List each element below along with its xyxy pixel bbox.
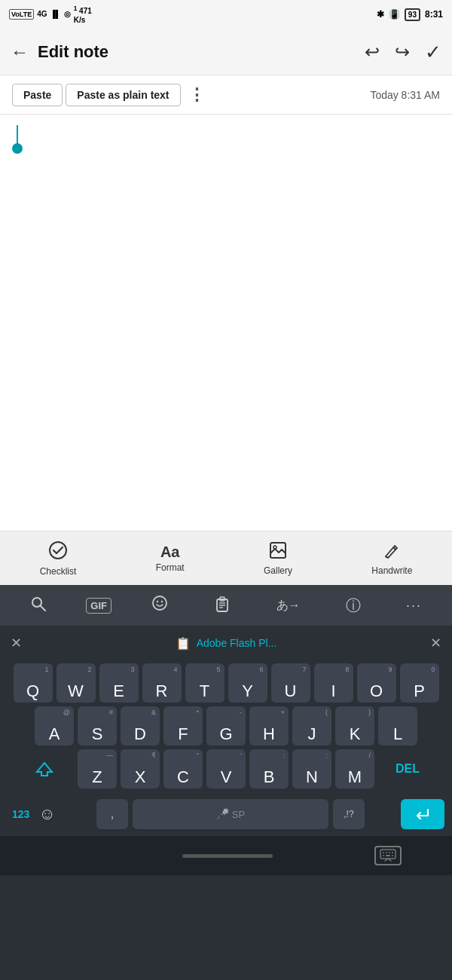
key-T[interactable]: 5T xyxy=(185,663,224,703)
time-display: 8:31 xyxy=(425,9,443,20)
shift-key[interactable] xyxy=(15,749,74,789)
key-X[interactable]: ₹X xyxy=(121,749,160,789)
key-B[interactable]: :B xyxy=(249,749,289,789)
space-key[interactable]: 🎤 SP xyxy=(133,799,328,829)
key-K[interactable]: )K xyxy=(335,706,374,746)
network-indicator: 4G xyxy=(37,10,47,18)
svg-point-3 xyxy=(32,598,41,607)
home-pill[interactable] xyxy=(182,854,273,858)
back-button[interactable]: ← xyxy=(11,43,29,61)
redo-button[interactable]: ↪ xyxy=(395,43,410,61)
key-G[interactable]: -G xyxy=(206,706,246,746)
sticker-icon[interactable] xyxy=(145,588,175,623)
context-toolbar: Paste Paste as plain text ⋮ Today 8:31 A… xyxy=(0,75,452,115)
delete-key[interactable]: DEL xyxy=(378,749,437,789)
translate-icon[interactable]: あ→ xyxy=(270,592,307,620)
checklist-button[interactable]: Checklist xyxy=(40,541,77,577)
space-label: SP xyxy=(232,809,245,820)
key-W[interactable]: 2W xyxy=(56,663,96,703)
app-bar-actions: ↩ ↪ ✓ xyxy=(365,42,441,62)
enter-key[interactable] xyxy=(401,799,444,829)
paste-button[interactable]: Paste xyxy=(12,84,63,106)
keyboard-row-2: @A #S &D *F -G +H (J )K L xyxy=(3,706,449,746)
key-Y[interactable]: 6Y xyxy=(228,663,267,703)
gif-icon[interactable]: GIF xyxy=(86,598,111,614)
period-key[interactable]: ,!? xyxy=(333,799,365,829)
svg-rect-14 xyxy=(380,850,396,859)
status-right: ✱ 📳 93 8:31 xyxy=(377,8,443,21)
editor-toolbar: Checklist Aa Format Gallery xyxy=(0,531,452,585)
clipboard-close-left[interactable]: ✕ xyxy=(11,635,22,651)
vibrate-icon: 📳 xyxy=(389,9,400,20)
more-options-button[interactable]: ⋮ xyxy=(184,82,210,108)
punct-label: ,!? xyxy=(344,809,353,819)
keyboard-hide-button[interactable] xyxy=(374,846,402,865)
bluetooth-icon: ✱ xyxy=(377,9,384,20)
key-Q[interactable]: 1Q xyxy=(14,663,53,703)
key-I[interactable]: 8I xyxy=(314,663,353,703)
info-icon[interactable]: ⓘ xyxy=(340,590,367,622)
clipboard-suggestion[interactable]: 📋 Adobe Flash Pl... xyxy=(176,636,277,651)
svg-line-4 xyxy=(41,606,45,611)
keyboard-area: GIF あ→ ⓘ ··· xyxy=(0,585,452,980)
handwrite-button[interactable]: Handwrite xyxy=(371,541,412,576)
note-editor[interactable] xyxy=(0,115,452,531)
gallery-label: Gallery xyxy=(264,565,292,576)
key-R[interactable]: 4R xyxy=(142,663,182,703)
key-N[interactable]: ;N xyxy=(292,749,331,789)
numbers-key[interactable]: 123 xyxy=(8,802,34,826)
svg-point-6 xyxy=(157,601,158,602)
clipboard-text: Adobe Flash Pl... xyxy=(197,637,277,649)
key-L[interactable]: L xyxy=(378,706,417,746)
gallery-icon xyxy=(269,541,287,562)
checklist-icon xyxy=(48,541,68,563)
key-P[interactable]: 0P xyxy=(400,663,439,703)
emoji-key[interactable]: ☺ xyxy=(34,798,60,830)
key-U[interactable]: 7U xyxy=(271,663,310,703)
status-left: VoLTE 4G ▐▌ ◎ 1 471K/s xyxy=(9,5,92,23)
format-label: Format xyxy=(156,562,185,573)
key-M[interactable]: /M xyxy=(335,749,374,789)
keyboard-row-3: —Z ₹X "C 'V :B ;N /M DEL xyxy=(3,749,449,789)
clipboard-close-right[interactable]: ✕ xyxy=(430,635,441,651)
key-Z[interactable]: —Z xyxy=(78,749,117,789)
checklist-label: Checklist xyxy=(40,566,77,577)
comma-key[interactable]: , xyxy=(96,799,128,829)
note-timestamp: Today 8:31 AM xyxy=(370,89,440,101)
keyboard-top-icons: GIF あ→ ⓘ ··· xyxy=(0,585,452,626)
key-A[interactable]: @A xyxy=(35,706,74,746)
signal-bars: ▐▌ xyxy=(50,10,61,18)
done-button[interactable]: ✓ xyxy=(425,42,441,62)
page-title: Edit note xyxy=(38,42,356,62)
status-bar: VoLTE 4G ▐▌ ◎ 1 471K/s ✱ 📳 93 8:31 xyxy=(0,0,452,29)
keyboard-bottom-row: 123 ☺ , 🎤 SP ,!? xyxy=(0,792,452,836)
key-D[interactable]: &D xyxy=(121,706,160,746)
navigation-bar xyxy=(0,836,452,875)
key-V[interactable]: 'V xyxy=(206,749,246,789)
key-O[interactable]: 9O xyxy=(357,663,396,703)
key-C[interactable]: "C xyxy=(163,749,203,789)
keyboard-row-1: 1Q 2W 3E 4R 5T 6Y 7U 8I 9O 0P xyxy=(3,663,449,703)
gallery-button[interactable]: Gallery xyxy=(264,541,292,576)
key-S[interactable]: #S xyxy=(78,706,117,746)
search-icon[interactable] xyxy=(24,590,53,622)
mic-icon: 🎤 xyxy=(216,808,229,820)
handwrite-icon xyxy=(383,541,401,562)
key-F[interactable]: *F xyxy=(163,706,203,746)
key-H[interactable]: +H xyxy=(249,706,289,746)
clipboard-bar: ✕ 📋 Adobe Flash Pl... ✕ xyxy=(0,626,452,660)
format-icon: Aa xyxy=(160,544,180,559)
format-button[interactable]: Aa Format xyxy=(156,544,185,573)
clipboard-icon[interactable] xyxy=(208,590,237,622)
paste-plain-button[interactable]: Paste as plain text xyxy=(66,84,180,106)
key-E[interactable]: 3E xyxy=(99,663,139,703)
key-J[interactable]: (J xyxy=(292,706,331,746)
volte-indicator: VoLTE xyxy=(9,9,34,20)
svg-point-7 xyxy=(161,601,163,602)
text-cursor xyxy=(12,125,23,154)
svg-point-5 xyxy=(153,596,166,610)
svg-point-0 xyxy=(50,542,66,559)
handwrite-label: Handwrite xyxy=(371,565,412,576)
more-keyboard-icon[interactable]: ··· xyxy=(400,592,428,620)
undo-button[interactable]: ↩ xyxy=(365,43,380,61)
